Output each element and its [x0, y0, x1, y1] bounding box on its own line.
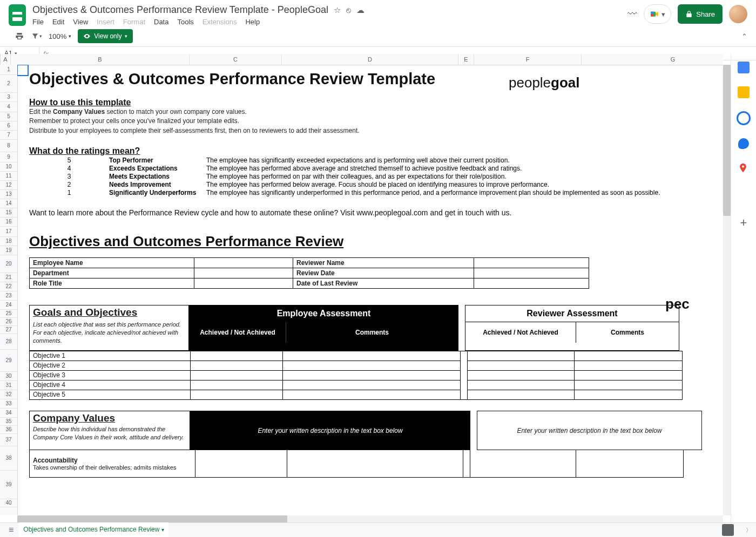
col-header-F[interactable]: F	[474, 54, 582, 65]
all-sheets-icon[interactable]: ≡	[9, 525, 14, 535]
row-header-16[interactable]: 16	[0, 217, 17, 227]
chevron-down-icon: ▾	[39, 33, 42, 39]
row-header-7[interactable]: 7	[0, 131, 17, 140]
row-header-11[interactable]: 11	[0, 172, 17, 181]
grid[interactable]: ABCDEFG 12345678910111213141516171819202…	[0, 54, 731, 523]
row-header-15[interactable]: 15	[0, 208, 17, 217]
row-header-31[interactable]: 31	[0, 381, 17, 390]
row-header-25[interactable]: 25	[0, 310, 17, 318]
row-header-1[interactable]: 1	[0, 65, 17, 75]
sheet-content[interactable]: Objectives & Outcomes Performance Review…	[17, 65, 723, 515]
menu-file[interactable]: File	[32, 18, 44, 26]
row-header-13[interactable]: 13	[0, 190, 17, 199]
row-header-27[interactable]: 27	[0, 326, 17, 334]
view-only-label: View only	[94, 32, 122, 40]
sheet-tab-bar: ≡ Objectives and Outcomes Performance Re…	[0, 522, 756, 537]
scrollbar-thumb[interactable]	[723, 65, 731, 216]
col-header-G[interactable]: G	[582, 54, 731, 65]
menu-edit[interactable]: Edit	[52, 18, 64, 26]
menu-tools[interactable]: Tools	[177, 18, 193, 26]
view-only-button[interactable]: View only ▾	[78, 29, 133, 43]
scrollbar-thumb[interactable]	[17, 515, 287, 523]
calendar-icon[interactable]	[738, 62, 750, 73]
menu-view[interactable]: View	[73, 18, 88, 26]
cv-value-desc: Takes ownership of their deliverables; a…	[33, 464, 192, 471]
keep-icon[interactable]	[738, 86, 750, 98]
column-header-row: ABCDEFG	[0, 54, 723, 65]
goals-subtitle: List each objective that was set this pe…	[33, 318, 185, 349]
row-header-30[interactable]: 30	[0, 372, 17, 381]
menu-bar: FileEditViewInsertFormatDataToolsExtensi…	[32, 18, 364, 26]
print-icon[interactable]	[14, 31, 25, 42]
row-header-14[interactable]: 14	[0, 199, 17, 208]
row-header-34[interactable]: 34	[0, 409, 17, 418]
rating-row: 5Top PerformerThe employee has significa…	[29, 157, 712, 164]
col-header-E[interactable]: E	[458, 54, 474, 65]
peoplegoal-logo: peoplegoal	[509, 74, 580, 91]
goals-header: Goals and Objectives List each objective…	[29, 305, 712, 351]
cv-accountability-row: Accountability Takes ownership of their …	[29, 450, 684, 478]
col-header-D[interactable]: D	[282, 54, 458, 65]
filter-icon[interactable]: ▾	[31, 31, 42, 42]
row-header-21[interactable]: 21	[0, 273, 17, 282]
row-header-22[interactable]: 22	[0, 282, 17, 291]
horizontal-scrollbar[interactable]	[17, 515, 723, 523]
document-title[interactable]: Objectives & Outcomes Performance Review…	[32, 4, 328, 16]
row-header-37[interactable]: 37	[0, 434, 17, 446]
row-header-36[interactable]: 36	[0, 426, 17, 434]
row-header-23[interactable]: 23	[0, 291, 17, 301]
cloud-status-icon[interactable]: ☁	[356, 5, 364, 15]
meet-button[interactable]: ▾	[644, 4, 671, 24]
menu-data[interactable]: Data	[154, 18, 168, 26]
row-header-8[interactable]: 8	[0, 140, 17, 152]
row-header-12[interactable]: 12	[0, 181, 17, 190]
menu-format[interactable]: Format	[123, 18, 145, 26]
star-icon[interactable]: ☆	[334, 5, 341, 15]
row-header-2[interactable]: 2	[0, 75, 17, 93]
row-header-39[interactable]: 39	[0, 471, 17, 499]
row-header-4[interactable]: 4	[0, 102, 17, 112]
row-header-29[interactable]: 29	[0, 350, 17, 372]
move-icon[interactable]: ⎋	[346, 5, 351, 15]
row-header-32[interactable]: 32	[0, 390, 17, 399]
tasks-icon[interactable]	[737, 111, 751, 125]
menu-extensions[interactable]: Extensions	[202, 18, 237, 26]
row-header-20[interactable]: 20	[0, 255, 17, 273]
row-header-19[interactable]: 19	[0, 246, 17, 255]
row-header-5[interactable]: 5	[0, 112, 17, 121]
contacts-icon[interactable]	[738, 138, 749, 149]
add-panel-icon[interactable]: +	[740, 216, 747, 230]
row-header-6[interactable]: 6	[0, 121, 17, 131]
row-header-38[interactable]: 38	[0, 446, 17, 471]
row-header-35[interactable]: 35	[0, 418, 17, 426]
row-header-18[interactable]: 18	[0, 237, 17, 246]
row-header-28[interactable]: 28	[0, 334, 17, 350]
zoom-select[interactable]: 100% ▾	[49, 32, 71, 40]
activity-icon[interactable]: 〰	[627, 9, 637, 20]
side-panel: +	[731, 54, 756, 523]
vertical-scrollbar[interactable]	[723, 65, 731, 515]
row-header-9[interactable]: 9	[0, 152, 17, 162]
col-header-B[interactable]: B	[11, 54, 190, 65]
maps-icon[interactable]	[738, 162, 750, 174]
row-header-26[interactable]: 26	[0, 318, 17, 326]
col-header-C[interactable]: C	[190, 54, 282, 65]
row-header-40[interactable]: 40	[0, 499, 17, 507]
sheet-tab[interactable]: Objectives and Outcomes Performance Revi…	[19, 522, 168, 537]
menu-insert[interactable]: Insert	[97, 18, 114, 26]
row-header-17[interactable]: 17	[0, 227, 17, 237]
row-header-10[interactable]: 10	[0, 162, 17, 172]
ratings-heading: What do the ratings mean?	[29, 146, 712, 156]
col-header-A[interactable]: A	[1, 54, 11, 65]
row-header-24[interactable]: 24	[0, 301, 17, 310]
learn-more-text: Want to learn more about the Performance…	[29, 208, 712, 217]
explore-button[interactable]	[722, 524, 734, 536]
row-header-33[interactable]: 33	[0, 399, 17, 409]
row-header-3[interactable]: 3	[0, 93, 17, 102]
menu-help[interactable]: Help	[245, 18, 260, 26]
share-button[interactable]: Share	[678, 4, 723, 24]
account-avatar[interactable]	[729, 5, 747, 23]
collapse-toolbar-icon[interactable]: ⌃	[741, 32, 747, 40]
side-panel-toggle-icon[interactable]: 〉	[746, 526, 752, 534]
sheets-logo-icon[interactable]	[9, 4, 26, 26]
